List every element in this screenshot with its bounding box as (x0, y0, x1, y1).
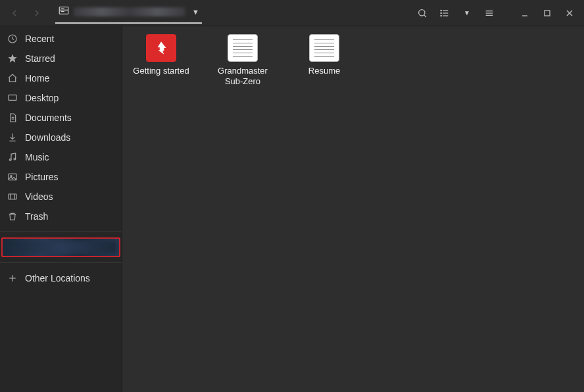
videos-icon (7, 191, 18, 202)
back-button[interactable] (5, 4, 24, 22)
path-caret-icon[interactable]: ▼ (192, 8, 199, 16)
window-close-button[interactable] (560, 4, 579, 22)
hamburger-menu-button[interactable] (480, 4, 499, 22)
view-list-button[interactable] (435, 4, 454, 22)
sidebar-item-downloads[interactable]: Downloads (0, 128, 122, 147)
sidebar-item-starred[interactable]: Starred (0, 49, 122, 68)
home-icon (7, 73, 18, 84)
svg-rect-16 (545, 11, 550, 16)
sidebar-item-home[interactable]: Home (0, 68, 122, 88)
file-item[interactable]: Getting started (132, 34, 191, 76)
svg-point-10 (441, 12, 441, 13)
desktop-icon (7, 93, 18, 103)
sidebar-item-label: Pictures (25, 172, 59, 182)
sidebar-item-label: Home (25, 73, 49, 84)
file-label: Getting started (133, 66, 189, 76)
forward-button[interactable] (28, 4, 46, 22)
file-label: Resume (308, 66, 340, 76)
sidebar-item-trash[interactable]: Trash (0, 207, 122, 226)
svg-point-9 (441, 10, 441, 11)
sidebar-item-label: Trash (25, 211, 48, 222)
file-item[interactable]: Grandmaster Sub-Zero (213, 34, 272, 87)
svg-rect-0 (59, 7, 68, 14)
clock-icon (7, 34, 18, 44)
sidebar-item-label: Desktop (25, 93, 59, 103)
file-item[interactable]: Resume (295, 34, 354, 76)
music-icon (7, 152, 18, 162)
path-label-blurred (74, 7, 185, 16)
sidebar-item-music[interactable]: Music (0, 147, 122, 167)
sidebar-item-documents[interactable]: Documents (0, 108, 122, 128)
sidebar-item-desktop[interactable]: Desktop (0, 88, 122, 108)
svg-point-26 (14, 158, 16, 160)
sidebar-item-label: Starred (25, 53, 55, 64)
sidebar-item-label: Recent (25, 34, 54, 44)
svg-line-5 (424, 15, 426, 17)
file-label: Grandmaster Sub-Zero (213, 66, 272, 87)
sidebar-item-label: Videos (25, 191, 53, 202)
svg-point-4 (419, 9, 425, 15)
text-file-icon (309, 34, 339, 62)
sidebar-item-label: Documents (25, 112, 72, 123)
svg-rect-21 (9, 95, 16, 100)
star-icon (7, 53, 18, 64)
svg-point-11 (441, 15, 441, 16)
sidebar-item-other-locations[interactable]: Other Locations (0, 268, 122, 288)
svg-point-25 (9, 159, 11, 161)
headerbar: ▼ ▼ (0, 0, 584, 26)
plus-icon (7, 273, 18, 283)
svg-rect-29 (9, 194, 16, 199)
window-minimize-button[interactable] (516, 4, 534, 22)
sidebar-item-recent[interactable]: Recent (0, 29, 122, 49)
path-bar[interactable]: ▼ (55, 2, 202, 24)
sidebar-item-videos[interactable]: Videos (0, 187, 122, 207)
sidebar-item-label: Other Locations (25, 273, 90, 283)
svg-marker-20 (8, 54, 16, 62)
sidebar-item-pictures[interactable]: Pictures (0, 167, 122, 187)
text-file-icon (228, 34, 258, 62)
sidebar-item-label: Downloads (25, 132, 70, 143)
window-maximize-button[interactable] (538, 4, 556, 22)
sidebar-item-mount-highlighted[interactable] (1, 237, 120, 257)
sidebar: Recent Starred Home Desktop Documents (0, 26, 122, 392)
download-icon (7, 132, 18, 143)
sidebar-separator (0, 262, 122, 263)
documents-icon (7, 112, 18, 123)
drive-icon (58, 5, 70, 18)
pictures-icon (7, 172, 18, 182)
pdf-icon (146, 34, 176, 62)
view-dropdown-button[interactable]: ▼ (458, 4, 476, 22)
icon-view[interactable]: Getting started Grandmaster Sub-Zero Res… (122, 26, 584, 392)
sidebar-separator (0, 232, 122, 232)
search-button[interactable] (413, 4, 431, 22)
trash-icon (7, 211, 18, 222)
sidebar-item-label: Music (25, 152, 49, 162)
